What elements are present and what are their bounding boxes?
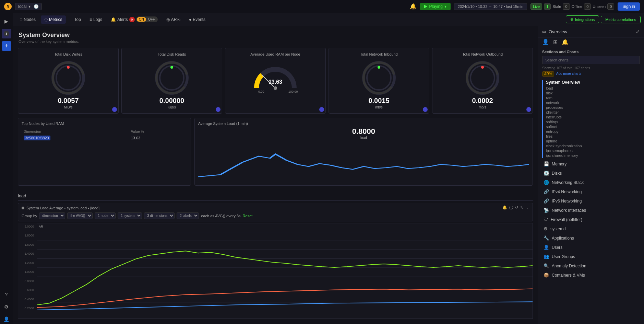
- right-panel-tabs: 👤 ⊞ 🔔: [538, 37, 644, 47]
- gauge-disk-writes-pin[interactable]: [112, 107, 117, 112]
- play-icon: [424, 5, 427, 8]
- section-label: IPv4 Networking: [552, 189, 582, 194]
- rp-section-disks[interactable]: 💽Disks: [542, 169, 640, 178]
- nav-ar[interactable]: ◎ AR%: [163, 15, 184, 24]
- rp-section-ipv6-networking[interactable]: 🔗IPv6 Networking: [542, 196, 640, 206]
- rp-section-applications[interactable]: 🔧Applications: [542, 233, 640, 243]
- nav-top[interactable]: ↑ Top: [68, 15, 84, 24]
- rp-section-systemd[interactable]: ⚙systemd: [542, 224, 640, 233]
- overview-item: ipc shared memory: [546, 153, 640, 158]
- sign-in-button[interactable]: Sign in: [618, 2, 640, 11]
- metric-correlations-button[interactable]: Metric correlations: [601, 16, 641, 23]
- nav-events[interactable]: ● Events: [186, 15, 209, 24]
- gauge-disk-reads-pin[interactable]: [216, 107, 220, 112]
- playing-dropdown-icon: ▾: [444, 4, 446, 9]
- section-icon: 🌐: [544, 180, 549, 185]
- filter-node-select[interactable]: 1 node: [95, 212, 116, 219]
- playing-label: Playing: [429, 4, 442, 9]
- rp-section-containers-&-vms[interactable]: 📦Containers & VMs: [542, 270, 640, 280]
- logs-label: Logs: [93, 17, 102, 22]
- gauge-disk-reads-svg: [153, 59, 191, 97]
- filter-labels-select[interactable]: 2 labels: [177, 212, 199, 219]
- nav-logs[interactable]: ≡ Logs: [86, 15, 106, 24]
- gauge-net-inbound-value: 0.0015: [368, 97, 389, 105]
- sidebar-number-badge[interactable]: 3: [2, 29, 11, 38]
- main-content: System Overview Overview of the key syst…: [13, 26, 538, 324]
- overview-item: processes: [546, 105, 640, 110]
- svg-point-3: [67, 66, 70, 69]
- rp-section-ipv4-networking[interactable]: 🔗IPv4 Networking: [542, 187, 640, 196]
- gauge-ram-title: Average Used RAM per Node: [250, 52, 300, 56]
- rp-section-networking-stack[interactable]: 🌐Networking Stack: [542, 178, 640, 187]
- gauge-net-outbound: Total Network Outbound 0.0002 mb/s: [432, 48, 533, 114]
- search-charts-input[interactable]: [542, 56, 640, 64]
- rp-section-users[interactable]: 👤Users: [542, 243, 640, 252]
- integrations-button[interactable]: ⊕ Integrations: [566, 15, 599, 23]
- node-dimension: 3c58010f8820: [24, 136, 50, 140]
- col-dimension: Dimension: [22, 129, 129, 134]
- refresh-icon[interactable]: ↺: [515, 205, 518, 210]
- info-icon[interactable]: ⓘ: [509, 205, 513, 210]
- sidebar-avatar[interactable]: 👤: [2, 314, 11, 324]
- alerts-toggle[interactable]: ON OFF: [136, 16, 158, 22]
- nav-metrics[interactable]: ◌ Metrics: [41, 15, 66, 24]
- rp-section-memory[interactable]: 💾Memory: [542, 159, 640, 169]
- gauge-disk-writes-unit: MiB/s: [64, 105, 73, 109]
- section-label: Networking Stack: [552, 180, 584, 185]
- rp-section-network-interfaces[interactable]: 📡Network Interfaces: [542, 206, 640, 215]
- chart-action-icons: 🔔 ⓘ ↺ ⤡ ⋮: [502, 205, 529, 210]
- section-label: Applications: [552, 236, 574, 241]
- ar-badge[interactable]: AR%: [542, 71, 554, 77]
- gauge-net-inbound-svg: [360, 59, 398, 97]
- section-icon: 🔗: [544, 198, 549, 204]
- gauge-net-outbound-pin[interactable]: [526, 107, 531, 112]
- gauge-net-outbound-svg: [464, 59, 501, 97]
- expand-panel-icon[interactable]: ⤢: [636, 29, 640, 34]
- y-label-9: 0.2000: [20, 306, 35, 310]
- chart-dot: [22, 207, 24, 209]
- overview-section: System Overview loaddiskramnetworkproces…: [542, 80, 640, 158]
- toggle-off: OFF: [146, 17, 157, 22]
- alarm-icon[interactable]: 🔔: [502, 205, 507, 210]
- gauge-net-inbound-pin[interactable]: [423, 107, 428, 112]
- nav-alerts[interactable]: 🔔 Alerts 0 ON OFF: [107, 15, 161, 24]
- top-nodes-card: Top Nodes by Used RAM Dimension Value % …: [18, 118, 191, 186]
- gauge-ram-svg: 13.63 % 0.00 100.00: [251, 59, 299, 93]
- filter-avg-select[interactable]: the AVG(): [67, 212, 93, 219]
- host-selector[interactable]: local ▾ 🕐: [15, 3, 42, 10]
- sidebar-settings-icon[interactable]: ⚙: [2, 302, 11, 312]
- tab-person-icon[interactable]: 👤: [542, 39, 549, 45]
- tab-bell-icon[interactable]: 🔔: [562, 39, 569, 45]
- section-icon: 🔧: [544, 235, 549, 241]
- playing-button[interactable]: Playing ▾: [420, 3, 450, 10]
- overview-item: disk: [546, 91, 640, 95]
- filter-interval: each as AVG() every 3s: [201, 214, 240, 218]
- rp-section-user-groups[interactable]: 👥User Groups: [542, 252, 640, 261]
- menu-icon[interactable]: ⋮: [525, 205, 529, 210]
- add-more-charts[interactable]: Add more charts: [556, 72, 581, 76]
- filter-dimension-select[interactable]: dimension: [39, 212, 65, 219]
- time-range[interactable]: 2024/1/10 • 10:32 → 10:47 • last 15min: [454, 3, 527, 10]
- section-label: Users: [552, 245, 562, 250]
- sidebar-expand-icon[interactable]: ▶: [2, 16, 11, 26]
- gauge-ram-pin[interactable]: [319, 107, 324, 112]
- reset-button[interactable]: Reset: [243, 214, 253, 218]
- expand-icon[interactable]: ⤡: [520, 205, 523, 210]
- tab-filter-icon[interactable]: ⊞: [553, 39, 558, 45]
- gauge-net-outbound-title: Total Network Outbound: [462, 52, 503, 56]
- logs-icon: ≡: [90, 17, 92, 22]
- unseen-label: Unseen: [593, 4, 606, 9]
- filter-dimensions-select[interactable]: 3 dimensions: [144, 212, 175, 219]
- gauge-disk-writes-title: Total Disk Writes: [54, 52, 82, 56]
- nodes-label: Nodes: [24, 17, 36, 22]
- rp-section-firewall-(netfilter)[interactable]: 🛡Firewall (netfilter): [542, 215, 640, 224]
- bell-icon[interactable]: 🔔: [410, 3, 417, 10]
- sidebar-help-icon[interactable]: ?: [2, 290, 11, 299]
- rp-section-anomaly-detection[interactable]: 🔍Anomaly Detection: [542, 261, 640, 270]
- nav-nodes[interactable]: □ Nodes: [16, 15, 39, 24]
- sidebar-add-icon[interactable]: +: [2, 41, 11, 51]
- filter-system-select[interactable]: 1 system: [118, 212, 142, 219]
- section-label: systemd: [550, 227, 566, 231]
- left-sidebar: ▶ 3 + ? ⚙ 👤: [0, 13, 13, 324]
- top-icon: ↑: [71, 17, 73, 22]
